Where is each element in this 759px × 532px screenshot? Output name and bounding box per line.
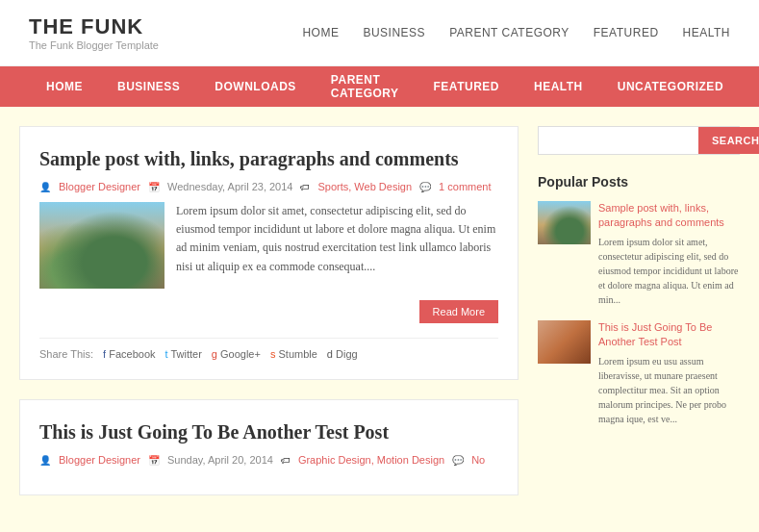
post-title-2[interactable]: This is Just Going To Be Another Test Po…: [39, 419, 498, 444]
cat-nav-item-downloads[interactable]: DOWNLOADS: [197, 66, 314, 107]
search-box: SEARCH: [538, 126, 740, 155]
popular-post-item-2: This is Just Going To Be Another Test Po…: [538, 320, 740, 426]
twitter-icon: t: [165, 348, 168, 360]
top-nav-item-parent-category[interactable]: PARENT CATEGORY: [449, 26, 569, 39]
popular-post-title-2[interactable]: This is Just Going To Be Another Test Po…: [598, 320, 740, 350]
date-icon-2: 📅: [148, 455, 160, 466]
popular-post-thumb-1: [538, 201, 591, 244]
post-author-1[interactable]: Blogger Designer: [59, 181, 140, 192]
site-title-area: THE FUNK The Funk Blogger Template: [29, 14, 159, 51]
popular-post-excerpt-1: Lorem ipsum dolor sit amet, consectetur …: [598, 235, 740, 307]
author-icon: 👤: [39, 182, 51, 192]
popular-post-content-1: Sample post with, links, paragraphs and …: [598, 201, 740, 307]
post-comments-1[interactable]: 1 comment: [439, 181, 491, 192]
stumble-icon: s: [270, 348, 276, 360]
top-nav-item-featured[interactable]: FEATURED: [594, 26, 659, 39]
comment-icon: 💬: [419, 182, 431, 192]
post-date-1: Wednesday, April 23, 2014: [167, 181, 292, 192]
read-more-area: Read More: [39, 300, 498, 328]
post-categories-1[interactable]: Sports, Web Design: [317, 181, 412, 192]
post-date-2: Sunday, April 20, 2014: [167, 454, 273, 466]
share-label: Share This:: [39, 348, 93, 360]
top-nav-item-business[interactable]: BUSINESS: [363, 26, 425, 39]
search-input[interactable]: [539, 127, 698, 154]
post-card-1: Sample post with, links, paragraphs and …: [19, 126, 519, 380]
post-meta-1: 👤 Blogger Designer 📅 Wednesday, April 23…: [39, 181, 498, 192]
popular-post-title-1[interactable]: Sample post with, links, paragraphs and …: [598, 201, 740, 231]
post-title-1[interactable]: Sample post with, links, paragraphs and …: [39, 146, 498, 171]
post-body-1: Lorem ipsum dolor sit amet, consectetur …: [39, 202, 498, 289]
post-author-2[interactable]: Blogger Designer: [59, 454, 140, 466]
site-subtitle: The Funk Blogger Template: [29, 39, 159, 51]
facebook-icon: f: [103, 348, 106, 360]
post-comments-2[interactable]: No: [471, 454, 485, 466]
googleplus-icon: g: [212, 348, 217, 360]
post-card-2: This is Just Going To Be Another Test Po…: [19, 399, 519, 495]
cat-nav-item-home[interactable]: HOME: [29, 66, 100, 107]
cat-nav-item-business[interactable]: BUSINESS: [100, 66, 197, 107]
author-icon-2: 👤: [39, 455, 51, 466]
cat-nav-item-parent-category[interactable]: PARENT CATEGORY: [314, 66, 417, 107]
post-meta-2: 👤 Blogger Designer 📅 Sunday, April 20, 2…: [39, 454, 498, 466]
site-header: THE FUNK The Funk Blogger Template HOMEB…: [0, 0, 759, 66]
sidebar: SEARCH Popular Posts Sample post with, l…: [538, 126, 740, 515]
main-wrapper: Sample post with, links, paragraphs and …: [0, 107, 759, 532]
category-bar: HOMEBUSINESSDOWNLOADSPARENT CATEGORYFEAT…: [0, 66, 759, 107]
share-googleplus[interactable]: g Google+: [212, 348, 261, 360]
top-navigation: HOMEBUSINESSPARENT CATEGORYFEATUREDHEALT…: [302, 26, 730, 39]
post-categories-2[interactable]: Graphic Design, Motion Design: [298, 454, 444, 466]
popular-post-content-2: This is Just Going To Be Another Test Po…: [598, 320, 740, 426]
post-excerpt-1: Lorem ipsum dolor sit amet, consectetur …: [176, 202, 498, 289]
cat-nav-item-health[interactable]: HEALTH: [517, 66, 600, 107]
site-title[interactable]: THE FUNK: [29, 14, 159, 39]
post-image-1: [39, 202, 164, 289]
category-icon: 🏷: [300, 182, 310, 192]
popular-posts-title: Popular Posts: [538, 174, 740, 190]
content-area: Sample post with, links, paragraphs and …: [19, 126, 519, 515]
digg-icon: d: [327, 348, 333, 360]
share-digg[interactable]: d Digg: [327, 348, 358, 360]
popular-post-thumb-2: [538, 320, 591, 364]
top-nav-item-home[interactable]: HOME: [302, 26, 339, 39]
top-nav-item-health[interactable]: HEALTH: [683, 26, 730, 39]
share-facebook[interactable]: f Facebook: [103, 348, 155, 360]
cat-nav-item-featured[interactable]: FEATURED: [417, 66, 517, 107]
popular-post-excerpt-2: Lorem ipsum eu usu assum liberavisse, ut…: [598, 354, 740, 426]
share-bar-1: Share This: f Facebook t Twitter g Googl…: [39, 338, 498, 360]
read-more-button-1[interactable]: Read More: [419, 300, 498, 323]
search-button[interactable]: SEARCH: [698, 127, 759, 154]
date-icon: 📅: [148, 182, 160, 192]
cat-nav-item-uncategorized[interactable]: UNCATEGORIZED: [600, 66, 741, 107]
comment-icon-2: 💬: [452, 455, 464, 466]
popular-post-item-1: Sample post with, links, paragraphs and …: [538, 201, 740, 307]
share-stumble[interactable]: s Stumble: [270, 348, 317, 360]
share-twitter[interactable]: t Twitter: [165, 348, 202, 360]
category-icon-2: 🏷: [281, 455, 291, 466]
